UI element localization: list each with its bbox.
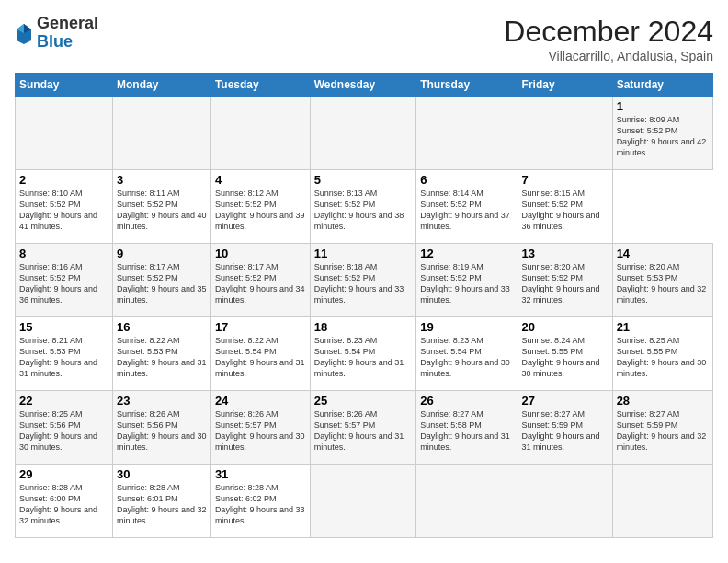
day-number: 9	[117, 247, 207, 260]
day-detail: Sunrise: 8:17 AMSunset: 5:52 PMDaylight:…	[117, 262, 207, 304]
day-number: 28	[617, 394, 709, 408]
day-number: 19	[420, 320, 513, 334]
day-detail: Sunrise: 8:28 AMSunset: 6:01 PMDaylight:…	[117, 483, 207, 525]
calendar-cell	[310, 97, 415, 170]
calendar-cell: 14Sunrise: 8:20 AMSunset: 5:53 PMDayligh…	[612, 244, 712, 317]
day-number: 27	[522, 394, 609, 408]
calendar-cell: 24Sunrise: 8:26 AMSunset: 5:57 PMDayligh…	[210, 391, 310, 465]
header-saturday: Saturday	[612, 74, 712, 97]
month-title: December 2024	[504, 15, 713, 49]
day-number: 29	[19, 467, 108, 481]
page-container: General Blue December 2024 Villacarrillo…	[0, 0, 728, 547]
day-number: 2	[19, 173, 108, 187]
day-detail: Sunrise: 8:16 AMSunset: 5:52 PMDaylight:…	[19, 262, 97, 304]
calendar-cell: 1Sunrise: 8:09 AMSunset: 5:52 PMDaylight…	[612, 97, 712, 170]
day-detail: Sunrise: 8:27 AMSunset: 5:58 PMDaylight:…	[420, 409, 510, 452]
location-subtitle: Villacarrillo, Andalusia, Spain	[504, 49, 713, 63]
day-detail: Sunrise: 8:09 AMSunset: 5:52 PMDaylight:…	[617, 115, 707, 157]
day-detail: Sunrise: 8:26 AMSunset: 5:57 PMDaylight:…	[314, 409, 404, 452]
day-detail: Sunrise: 8:23 AMSunset: 5:54 PMDaylight:…	[420, 336, 510, 378]
day-number: 16	[117, 320, 207, 334]
calendar-week-row: 22Sunrise: 8:25 AMSunset: 5:56 PMDayligh…	[16, 391, 713, 465]
calendar-cell: 8Sunrise: 8:16 AMSunset: 5:52 PMDaylight…	[16, 244, 113, 317]
day-detail: Sunrise: 8:23 AMSunset: 5:54 PMDaylight:…	[314, 336, 404, 378]
logo-general-text: General	[37, 14, 98, 32]
calendar-cell	[113, 97, 211, 170]
day-detail: Sunrise: 8:28 AMSunset: 6:02 PMDaylight:…	[215, 483, 305, 525]
calendar-cell: 5Sunrise: 8:13 AMSunset: 5:52 PMDaylight…	[310, 170, 415, 244]
day-number: 4	[215, 173, 306, 187]
header-thursday: Thursday	[416, 74, 518, 97]
calendar-cell	[416, 465, 518, 538]
calendar-week-row: 2Sunrise: 8:10 AMSunset: 5:52 PMDaylight…	[16, 170, 713, 244]
calendar-cell: 2Sunrise: 8:10 AMSunset: 5:52 PMDaylight…	[16, 170, 113, 244]
calendar-cell	[416, 97, 518, 170]
calendar-cell: 13Sunrise: 8:20 AMSunset: 5:52 PMDayligh…	[518, 244, 612, 317]
calendar-cell: 22Sunrise: 8:25 AMSunset: 5:56 PMDayligh…	[16, 391, 113, 465]
calendar-cell: 16Sunrise: 8:22 AMSunset: 5:53 PMDayligh…	[113, 317, 211, 391]
day-detail: Sunrise: 8:15 AMSunset: 5:52 PMDaylight:…	[522, 189, 600, 231]
day-detail: Sunrise: 8:27 AMSunset: 5:59 PMDaylight:…	[522, 409, 600, 452]
calendar-cell: 4Sunrise: 8:12 AMSunset: 5:52 PMDaylight…	[210, 170, 310, 244]
header-tuesday: Tuesday	[210, 74, 310, 97]
calendar-cell: 18Sunrise: 8:23 AMSunset: 5:54 PMDayligh…	[310, 317, 415, 391]
calendar-cell: 21Sunrise: 8:25 AMSunset: 5:55 PMDayligh…	[612, 317, 712, 391]
header-sunday: Sunday	[16, 74, 113, 97]
calendar-week-row: 1Sunrise: 8:09 AMSunset: 5:52 PMDaylight…	[16, 97, 713, 170]
weekday-header-row: Sunday Monday Tuesday Wednesday Thursday…	[16, 74, 713, 97]
day-detail: Sunrise: 8:11 AMSunset: 5:52 PMDaylight:…	[117, 189, 207, 231]
day-detail: Sunrise: 8:26 AMSunset: 5:56 PMDaylight:…	[117, 409, 207, 452]
calendar-cell: 23Sunrise: 8:26 AMSunset: 5:56 PMDayligh…	[113, 391, 211, 465]
day-number: 25	[314, 394, 412, 408]
day-number: 26	[420, 394, 513, 408]
logo-text: General Blue	[37, 15, 98, 52]
calendar-cell	[210, 97, 310, 170]
calendar-cell: 26Sunrise: 8:27 AMSunset: 5:58 PMDayligh…	[416, 391, 518, 465]
calendar-week-row: 29Sunrise: 8:28 AMSunset: 6:00 PMDayligh…	[16, 465, 713, 538]
day-detail: Sunrise: 8:25 AMSunset: 5:55 PMDaylight:…	[617, 336, 707, 378]
day-detail: Sunrise: 8:24 AMSunset: 5:55 PMDaylight:…	[522, 336, 600, 378]
day-detail: Sunrise: 8:27 AMSunset: 5:59 PMDaylight:…	[617, 409, 707, 452]
title-block: December 2024 Villacarrillo, Andalusia, …	[504, 15, 713, 63]
calendar-cell: 7Sunrise: 8:15 AMSunset: 5:52 PMDaylight…	[518, 170, 612, 244]
day-detail: Sunrise: 8:22 AMSunset: 5:54 PMDaylight:…	[215, 336, 305, 378]
day-number: 22	[19, 394, 108, 408]
day-detail: Sunrise: 8:19 AMSunset: 5:52 PMDaylight:…	[420, 262, 510, 304]
calendar-cell	[518, 465, 612, 538]
day-detail: Sunrise: 8:21 AMSunset: 5:53 PMDaylight:…	[19, 336, 97, 378]
day-number: 13	[522, 247, 609, 260]
calendar-body: 1Sunrise: 8:09 AMSunset: 5:52 PMDaylight…	[16, 97, 713, 538]
calendar-week-row: 8Sunrise: 8:16 AMSunset: 5:52 PMDaylight…	[16, 244, 713, 317]
calendar-cell: 6Sunrise: 8:14 AMSunset: 5:52 PMDaylight…	[416, 170, 518, 244]
logo: General Blue	[15, 15, 98, 52]
header-wednesday: Wednesday	[310, 74, 415, 97]
calendar-cell	[518, 97, 612, 170]
day-detail: Sunrise: 8:18 AMSunset: 5:52 PMDaylight:…	[314, 262, 404, 304]
day-number: 14	[617, 247, 709, 260]
day-number: 10	[215, 247, 306, 260]
day-number: 18	[314, 320, 412, 334]
calendar-cell: 9Sunrise: 8:17 AMSunset: 5:52 PMDaylight…	[113, 244, 211, 317]
header: General Blue December 2024 Villacarrillo…	[15, 15, 713, 63]
day-number: 24	[215, 394, 306, 408]
day-detail: Sunrise: 8:20 AMSunset: 5:53 PMDaylight:…	[617, 262, 707, 304]
calendar-cell: 3Sunrise: 8:11 AMSunset: 5:52 PMDaylight…	[113, 170, 211, 244]
day-number: 23	[117, 394, 207, 408]
day-number: 7	[522, 173, 609, 187]
calendar-cell: 30Sunrise: 8:28 AMSunset: 6:01 PMDayligh…	[113, 465, 211, 538]
calendar-week-row: 15Sunrise: 8:21 AMSunset: 5:53 PMDayligh…	[16, 317, 713, 391]
day-number: 6	[420, 173, 513, 187]
header-monday: Monday	[113, 74, 211, 97]
calendar-cell: 19Sunrise: 8:23 AMSunset: 5:54 PMDayligh…	[416, 317, 518, 391]
calendar-cell: 10Sunrise: 8:17 AMSunset: 5:52 PMDayligh…	[210, 244, 310, 317]
calendar-cell	[16, 97, 113, 170]
day-number: 1	[617, 99, 709, 113]
calendar-cell	[310, 465, 415, 538]
calendar-cell: 17Sunrise: 8:22 AMSunset: 5:54 PMDayligh…	[210, 317, 310, 391]
day-number: 30	[117, 467, 207, 481]
calendar-cell: 20Sunrise: 8:24 AMSunset: 5:55 PMDayligh…	[518, 317, 612, 391]
calendar-cell: 11Sunrise: 8:18 AMSunset: 5:52 PMDayligh…	[310, 244, 415, 317]
logo-icon	[15, 22, 33, 44]
calendar-cell: 12Sunrise: 8:19 AMSunset: 5:52 PMDayligh…	[416, 244, 518, 317]
day-detail: Sunrise: 8:13 AMSunset: 5:52 PMDaylight:…	[314, 189, 404, 231]
